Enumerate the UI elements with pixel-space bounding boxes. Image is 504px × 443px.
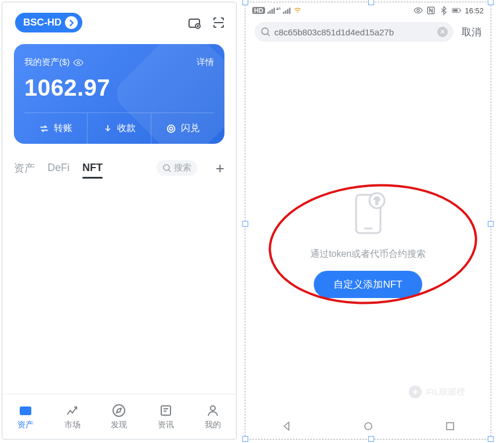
add-button[interactable]: + [216, 161, 224, 176]
download-icon [102, 124, 113, 134]
wallet-add-icon[interactable] [187, 16, 201, 30]
search-icon [260, 27, 271, 37]
balance-amount: 1062.97 [24, 75, 214, 101]
bluetooth-icon [439, 6, 448, 15]
svg-text:?: ? [374, 195, 379, 206]
search-input[interactable]: 搜索 [157, 160, 197, 176]
watermark: ✦ FIL琅琊榜 [409, 386, 465, 398]
svg-point-21 [417, 9, 419, 12]
svg-point-7 [168, 125, 175, 132]
wallet-screen: BSC-HD 我的资产($) 详情 [2, 2, 237, 440]
chevron-right-icon [65, 16, 78, 29]
eye-icon [414, 6, 423, 15]
swap-icon [166, 124, 176, 134]
svg-point-8 [164, 165, 169, 170]
wifi-icon [293, 6, 302, 14]
svg-rect-19 [287, 9, 288, 14]
balance-card: 我的资产($) 详情 1062.97 转账 收款 闪兑 [14, 44, 224, 144]
svg-rect-25 [461, 10, 461, 12]
transfer-icon [39, 124, 49, 134]
svg-point-26 [262, 28, 268, 34]
wechat-icon: ✦ [409, 386, 422, 398]
nav-me[interactable]: 我的 [189, 394, 236, 439]
nav-news[interactable]: 资讯 [143, 394, 190, 439]
svg-point-10 [113, 405, 125, 416]
search-screen: HD ⁴⁶ 16:52 c8c65b803c851d1d4ed15a27b [245, 2, 491, 440]
detail-link[interactable]: 详情 [197, 57, 214, 68]
nav-market[interactable]: 市场 [49, 394, 96, 439]
svg-rect-15 [271, 9, 273, 14]
status-time: 16:52 [465, 6, 484, 15]
tab-assets[interactable]: 资产 [14, 161, 35, 175]
search-value: c8c65b803c851d1d4ed15a27b [274, 27, 434, 37]
compass-icon [111, 403, 126, 418]
eye-icon[interactable] [73, 59, 84, 66]
bottom-nav: 资产 市场 发现 资讯 我的 [2, 394, 236, 439]
clear-icon[interactable]: ✕ [437, 27, 448, 37]
nav-back-icon[interactable] [281, 420, 292, 432]
transfer-button[interactable]: 转账 [24, 113, 87, 144]
receive-button[interactable]: 收款 [87, 113, 150, 144]
nav-assets[interactable]: 资产 [2, 394, 49, 439]
android-nav [245, 413, 491, 439]
svg-rect-32 [447, 423, 454, 430]
tab-defi[interactable]: DeFi [48, 162, 70, 174]
hd-badge: HD [252, 7, 265, 14]
nav-recent-icon[interactable] [444, 420, 456, 432]
svg-rect-20 [289, 8, 290, 13]
network-chip-label: BSC-HD [23, 17, 61, 28]
swap-button[interactable]: 闪兑 [151, 113, 214, 144]
search-icon [162, 164, 172, 173]
network-selector[interactable]: BSC-HD [15, 13, 82, 32]
svg-point-31 [365, 423, 372, 430]
user-icon [205, 403, 220, 418]
add-nft-button[interactable]: 自定义添加NFT [314, 271, 422, 298]
svg-rect-13 [267, 12, 269, 14]
nav-discover[interactable]: 发现 [96, 394, 143, 439]
battery-icon [452, 6, 461, 15]
scan-icon[interactable] [212, 16, 226, 30]
empty-phone-icon: ? [348, 190, 389, 238]
svg-rect-9 [20, 406, 31, 415]
signal-icon [267, 6, 275, 14]
svg-point-12 [211, 406, 215, 411]
svg-rect-16 [273, 8, 274, 13]
balance-label: 我的资产($) [24, 57, 70, 68]
news-icon [158, 403, 173, 418]
cancel-button[interactable]: 取消 [462, 26, 481, 39]
chart-icon [65, 403, 80, 418]
empty-hint: 通过token或者代币合约搜索 [310, 248, 426, 260]
svg-rect-14 [269, 10, 270, 14]
signal-icon [283, 6, 291, 14]
tab-nft[interactable]: NFT [82, 162, 103, 174]
nfc-icon [426, 6, 436, 15]
svg-rect-24 [454, 9, 458, 12]
wallet-icon [18, 403, 33, 418]
svg-rect-18 [285, 10, 286, 14]
contract-search-input[interactable]: c8c65b803c851d1d4ed15a27b ✕ [255, 22, 454, 42]
nav-home-icon[interactable] [362, 420, 374, 432]
svg-rect-17 [283, 12, 284, 14]
svg-point-6 [77, 61, 79, 64]
